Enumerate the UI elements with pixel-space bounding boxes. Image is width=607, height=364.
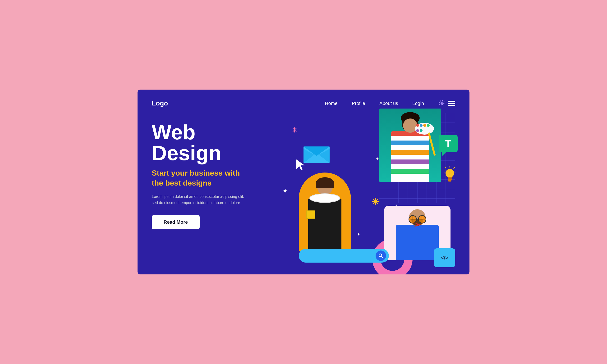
- green-circle-decoration: [318, 182, 330, 194]
- nav-item-home[interactable]: Home: [325, 101, 337, 106]
- svg-line-23: [454, 167, 455, 168]
- svg-rect-30: [448, 179, 452, 180]
- nav-links: Home Profile About us Login: [325, 101, 424, 106]
- arch-person-card: [299, 172, 351, 251]
- svg-line-33: [382, 256, 383, 258]
- read-more-button[interactable]: Read More: [152, 215, 200, 229]
- svg-point-27: [446, 169, 454, 178]
- svg-marker-18: [304, 149, 314, 163]
- svg-rect-31: [448, 180, 451, 182]
- sparkle-4: ✦: [357, 232, 360, 237]
- hamburger-menu-icon[interactable]: [448, 101, 455, 106]
- sparkle-2: ✦: [375, 156, 379, 162]
- svg-marker-19: [319, 149, 330, 163]
- search-bar-decoration[interactable]: [299, 249, 389, 262]
- nav-item-profile[interactable]: Profile: [352, 101, 365, 106]
- sparkle-6: ✦: [419, 125, 422, 130]
- envelope-decoration: [304, 144, 330, 164]
- svg-rect-16: [304, 146, 330, 163]
- grid-decoration: [379, 113, 455, 203]
- svg-rect-29: [448, 177, 452, 178]
- svg-marker-21: [308, 234, 328, 255]
- nav-link-login[interactable]: Login: [412, 101, 424, 106]
- cursor-decoration: [296, 159, 306, 171]
- sparkle-1: ✦: [282, 187, 288, 195]
- lightbulb-decoration: [443, 165, 456, 182]
- asterisk-nav-icon: ✳: [437, 98, 446, 108]
- hero-subtitle: Start your business withthe best designs: [152, 168, 270, 188]
- nav-icons: ✳: [438, 99, 455, 108]
- pink-asterisk-decoration: ✳: [292, 126, 297, 134]
- hero-content: Web Design Start your business withthe b…: [152, 122, 270, 229]
- sparkle-3: ✧: [394, 203, 398, 209]
- navbar: Logo Home Profile About us Login ✳: [152, 99, 455, 108]
- nav-link-profile[interactable]: Profile: [352, 101, 365, 106]
- person-card-1: [379, 108, 441, 182]
- hero-description: Lorem ipsum dolor sit amet, consectetur …: [152, 194, 251, 206]
- search-icon-circle: [376, 250, 386, 261]
- yellow-asterisk-decoration: ✳: [371, 196, 379, 207]
- hero-title: Web Design: [152, 122, 270, 164]
- nav-link-about[interactable]: About us: [379, 101, 398, 106]
- sparkle-7: ✦: [435, 208, 439, 213]
- logo: Logo: [152, 100, 168, 107]
- nav-link-home[interactable]: Home: [325, 101, 337, 106]
- svg-point-32: [379, 254, 382, 257]
- person-card-2: [384, 206, 450, 260]
- nav-item-about[interactable]: About us: [379, 101, 398, 106]
- sparkle-5: ✧: [425, 215, 429, 221]
- pink-ring-decoration: [372, 239, 413, 274]
- code-icon-decoration: </>: [434, 248, 455, 267]
- svg-line-24: [445, 167, 446, 168]
- t-chat-bubble: T: [439, 135, 458, 152]
- nav-item-login[interactable]: Login: [412, 101, 424, 106]
- svg-marker-20: [296, 159, 305, 170]
- burst-star: [308, 234, 328, 256]
- svg-marker-17: [304, 146, 330, 156]
- landing-page: ✳ ✳ ✦ ✦ ✧ ✦ ✧ ✦ ✦: [138, 90, 469, 274]
